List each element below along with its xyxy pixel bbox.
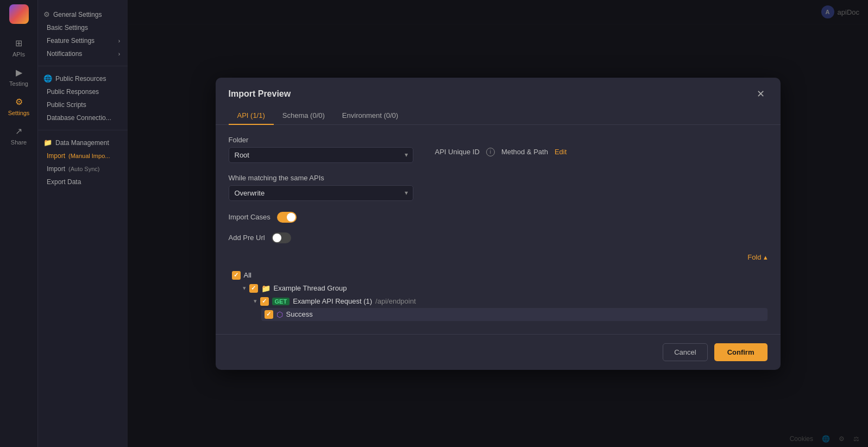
- api-unique-id-label: API Unique ID: [435, 148, 480, 156]
- import-cases-row: Import Cases: [229, 212, 768, 223]
- nav-label-testing: Testing: [9, 80, 28, 87]
- database-connections-label: Database Connectio...: [47, 114, 111, 122]
- export-data-label: Export Data: [47, 178, 81, 186]
- tree-row-all: All: [229, 269, 768, 282]
- nav-label-settings: Settings: [8, 110, 30, 116]
- nav-label-apis: APIs: [12, 51, 25, 58]
- import-auto-badge: (Auto Sync): [68, 166, 99, 172]
- section-general-header[interactable]: ⚙ General Settings: [38, 8, 128, 21]
- testing-icon: ▶: [13, 66, 25, 78]
- import-cases-toggle[interactable]: [277, 212, 297, 223]
- checkbox-success[interactable]: [265, 310, 273, 319]
- dialog-footer: Cancel Confirm: [216, 334, 781, 370]
- fold-button[interactable]: Fold ▴: [747, 253, 767, 261]
- fold-chevron-icon: ▴: [764, 253, 768, 261]
- tree-row-group: ▾ 📁 Example Thread Group: [240, 282, 768, 295]
- success-label: Success: [286, 310, 313, 318]
- confirm-button[interactable]: Confirm: [714, 343, 768, 361]
- chevron-down-icon[interactable]: ▾: [243, 285, 246, 292]
- sidebar-item-feature-settings[interactable]: Feature Settings ›: [38, 34, 128, 47]
- add-pre-url-label: Add Pre Url: [229, 234, 265, 242]
- main-content: A apiDoc Import Preview ✕ API (1/1) Sche…: [128, 0, 868, 447]
- matching-select[interactable]: Overwrite: [229, 185, 413, 201]
- section-data-management-header[interactable]: 📁 Data Management: [38, 136, 128, 149]
- fold-row: Fold ▴: [229, 253, 768, 261]
- folder-select[interactable]: Root: [229, 147, 413, 163]
- info-icon[interactable]: i: [486, 148, 495, 156]
- nav-label-share: Share: [11, 139, 27, 146]
- apis-icon: ⊞: [13, 37, 25, 49]
- globe-icon: 🌐: [43, 74, 52, 83]
- nav-item-share[interactable]: ↗ Share: [0, 121, 38, 150]
- app-logo: [9, 4, 29, 24]
- folder-icon: 📁: [261, 284, 271, 293]
- close-button[interactable]: ✕: [754, 87, 768, 100]
- chevron-down-icon[interactable]: ▾: [254, 298, 257, 305]
- section-data-management-label: Data Management: [55, 139, 109, 147]
- import-preview-dialog: Import Preview ✕ API (1/1) Schema (0/0) …: [216, 78, 781, 370]
- add-pre-url-row: Add Pre Url: [229, 232, 768, 243]
- dialog-header: Import Preview ✕: [216, 78, 781, 100]
- sidebar-item-import-manual[interactable]: Import (Manual Impo...: [38, 149, 128, 162]
- group-name: Example Thread Group: [274, 284, 347, 292]
- import-auto-label: Import: [47, 165, 65, 173]
- nav-item-settings[interactable]: ⚙ Settings: [0, 91, 38, 121]
- gear-icon: ⚙: [43, 10, 50, 18]
- sidebar-item-notifications[interactable]: Notifications ›: [38, 47, 128, 60]
- method-path-label: Method & Path: [501, 148, 548, 156]
- folder-row: Folder Root API Unique ID i Method & Pat…: [229, 136, 768, 163]
- public-scripts-label: Public Scripts: [47, 101, 86, 109]
- section-public-resources-header[interactable]: 🌐 Public Resources: [38, 72, 128, 85]
- tree-row-api: ▾ GET Example API Request (1) /api/endpo…: [250, 295, 768, 308]
- tree-section: All ▾ 📁 Example Thread Group ▾ GET: [229, 267, 768, 323]
- sidebar-right: ⚙ General Settings Basic Settings Featur…: [38, 0, 128, 447]
- tree-row-success: ⬡ Success: [261, 308, 768, 321]
- checkbox-group[interactable]: [249, 284, 258, 293]
- tab-environment[interactable]: Environment (0/0): [334, 107, 407, 125]
- share-icon: ↗: [13, 125, 25, 137]
- nav-item-testing[interactable]: ▶ Testing: [0, 62, 38, 91]
- fold-label: Fold: [747, 253, 761, 261]
- sidebar-item-public-scripts[interactable]: Public Scripts: [38, 98, 128, 111]
- edit-link[interactable]: Edit: [555, 148, 567, 156]
- dialog-tabs: API (1/1) Schema (0/0) Environment (0/0): [216, 107, 781, 125]
- basic-settings-label: Basic Settings: [47, 24, 88, 32]
- api-path: /api/endpoint: [375, 297, 416, 305]
- sidebar-item-public-responses[interactable]: Public Responses: [38, 85, 128, 98]
- section-general: ⚙ General Settings Basic Settings Featur…: [38, 4, 128, 64]
- all-label: All: [244, 271, 251, 279]
- section-data-management: 📁 Data Management Import (Manual Impo...…: [38, 133, 128, 192]
- section-general-label: General Settings: [53, 11, 102, 18]
- sidebar-item-import-auto[interactable]: Import (Auto Sync): [38, 162, 128, 175]
- folder-icon: 📁: [43, 138, 52, 147]
- sidebar-item-basic-settings[interactable]: Basic Settings: [38, 21, 128, 34]
- tab-api[interactable]: API (1/1): [229, 107, 274, 125]
- feature-settings-label: Feature Settings: [47, 37, 95, 45]
- cancel-button[interactable]: Cancel: [663, 343, 707, 361]
- matching-select-wrapper: Overwrite: [229, 185, 413, 201]
- api-match-section: API Unique ID i Method & Path Edit: [435, 136, 567, 156]
- chevron-right-icon: ›: [118, 38, 120, 44]
- folder-group: Folder Root: [229, 136, 413, 163]
- section-public-resources: 🌐 Public Resources Public Responses Publ…: [38, 68, 128, 128]
- nav-item-apis[interactable]: ⊞ APIs: [0, 33, 38, 62]
- modal-overlay: Import Preview ✕ API (1/1) Schema (0/0) …: [128, 0, 868, 447]
- sidebar-item-database-connections[interactable]: Database Connectio...: [38, 111, 128, 124]
- checkbox-all[interactable]: [232, 271, 241, 280]
- matching-row: While matching the same APIs Overwrite: [229, 174, 768, 201]
- test-icon: ⬡: [276, 310, 283, 319]
- settings-icon: ⚙: [13, 96, 25, 108]
- import-cases-label: Import Cases: [229, 213, 271, 221]
- add-pre-url-toggle[interactable]: [272, 232, 291, 243]
- api-name: Example API Request (1): [293, 297, 372, 305]
- public-responses-label: Public Responses: [47, 88, 99, 96]
- checkbox-api[interactable]: [260, 297, 269, 306]
- sidebar-item-export-data[interactable]: Export Data: [38, 175, 128, 188]
- import-manual-badge: (Manual Impo...: [68, 153, 110, 159]
- get-badge: GET: [272, 298, 290, 305]
- dialog-title: Import Preview: [229, 89, 291, 99]
- section-public-resources-label: Public Resources: [55, 75, 106, 83]
- sidebar-left: ⊞ APIs ▶ Testing ⚙ Settings ↗ Share: [0, 0, 38, 447]
- tab-schema[interactable]: Schema (0/0): [274, 107, 334, 125]
- matching-label: While matching the same APIs: [229, 174, 413, 182]
